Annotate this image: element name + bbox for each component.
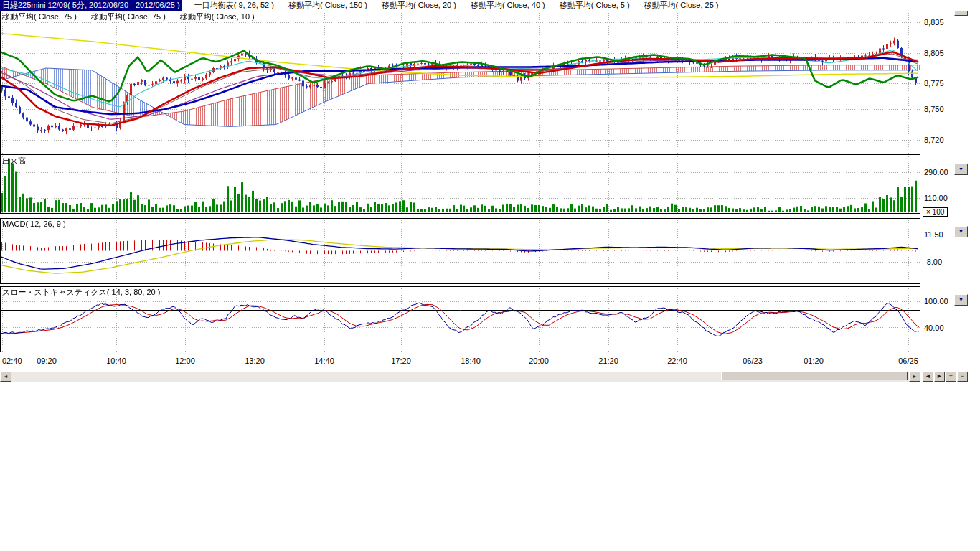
indicator-ichimoku-label[interactable]: 一目均衡表( 9, 26, 52 ) [192, 0, 276, 11]
x-axis-tick: 20:00 [529, 357, 549, 365]
x-axis-tick: 21:20 [598, 357, 618, 365]
price-axis-tick: 8,805 [924, 49, 957, 57]
indicator-ma20-label[interactable]: 移動平均( Close, 20 ) [380, 0, 458, 11]
scrollbar-track[interactable] [11, 372, 909, 382]
x-axis-tick: 12:00 [175, 357, 195, 365]
macd-pane-label: MACD( 12, 26, 9 ) [2, 220, 66, 228]
x-axis-tick: 14:40 [314, 357, 334, 365]
page-right-button[interactable]: ► [934, 372, 945, 382]
corner-toolbar: ◄ ► + − [923, 372, 968, 382]
scroll-left-button[interactable]: ◄ [0, 372, 11, 382]
x-axis-tick: 10:40 [106, 357, 126, 365]
x-axis-tick: 09:20 [37, 357, 57, 365]
indicator-ma40-label[interactable]: 移動平均( Close, 40 ) [468, 0, 547, 11]
volume-pane-label: 出来高 [2, 156, 26, 166]
indicator-ma5-label[interactable]: 移動平均( Close, 5 ) [557, 0, 632, 11]
volume-scale-spin-button[interactable]: ▼ [954, 164, 968, 175]
macd-axis-tick: 11.50 [924, 230, 957, 239]
price-axis-tick: 8,775 [924, 79, 957, 88]
stoch-axis-tick: 100.00 [924, 297, 957, 306]
macd-axis-tick: -8.00 [924, 258, 957, 266]
volume-axis-tick: 290.00 [924, 168, 957, 176]
x-axis-tick: 01:20 [804, 357, 824, 365]
scrollbar-thumb[interactable] [721, 372, 908, 380]
indicator-bar-row2: 移動平均( Close, 75 ) 移動平均( Close, 75 ) 移動平均… [0, 11, 257, 22]
page-left-button[interactable]: ◄ [923, 372, 933, 382]
x-axis-tick: 17:20 [391, 357, 411, 365]
x-axis-tick: 13:20 [245, 357, 265, 365]
zoom-in-button[interactable]: + [946, 372, 956, 382]
x-axis-tick: 22:40 [667, 357, 687, 365]
x-axis-tick: 06/25 [898, 357, 918, 365]
indicator-ma10-label[interactable]: 移動平均( Close, 10 ) [178, 11, 257, 22]
indicator-bar-row1: 日経225mini 12/09( 5分, 2012/06/20 - 2012/0… [0, 0, 980, 11]
volume-axis-tick: 110.00 [924, 194, 957, 202]
indicator-ma75-label[interactable]: 移動平均( Close, 75 ) [0, 11, 79, 22]
symbol-period-label[interactable]: 日経225mini 12/09( 5分, 2012/06/20 - 2012/0… [0, 0, 182, 11]
zoom-out-button[interactable]: − [957, 372, 968, 382]
indicator-ma75b-label[interactable]: 移動平均( Close, 75 ) [89, 11, 168, 22]
horizontal-scrollbar[interactable]: ◄ ► [0, 372, 920, 382]
indicator-ma25-label[interactable]: 移動平均( Close, 25 ) [642, 0, 721, 11]
price-axis-tick: 8,835 [924, 18, 957, 27]
macd-scale-spin-button[interactable]: ▼ [954, 226, 968, 237]
volume-multiplier-badge: × 100 [923, 207, 948, 217]
x-axis-tick: 02:40 [2, 357, 22, 365]
x-axis-tick: 18:40 [461, 357, 481, 365]
stoch-axis-tick: 40.00 [924, 324, 957, 332]
indicator-ma150-label[interactable]: 移動平均( Close, 150 ) [286, 0, 369, 11]
x-axis-tick: 06/23 [743, 357, 763, 365]
stoch-scale-spin-button[interactable]: ▼ [954, 294, 968, 306]
stoch-pane-label: スロー・ストキャスティクス( 14, 3, 80, 20 ) [2, 287, 160, 298]
price-axis-tick: 8,750 [924, 105, 957, 113]
price-axis-tick: 8,720 [924, 136, 957, 144]
chart-app: 日経225mini 12/09( 5分, 2012/06/20 - 2012/0… [0, 0, 980, 551]
chart-canvas[interactable] [0, 0, 920, 353]
scroll-right-button[interactable]: ► [909, 372, 920, 382]
